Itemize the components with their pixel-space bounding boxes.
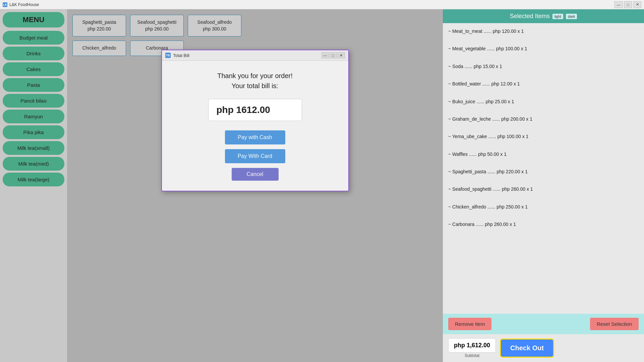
sidebar-item-milk-tea-large[interactable]: Milk tea(large) — [3, 173, 64, 186]
pay-with-cash-button[interactable]: Pay with Cash — [225, 130, 285, 144]
modal-icon: TB — [165, 53, 171, 58]
selected-items-header: Selected Items light dark — [443, 9, 644, 23]
list-item: ~ Graham_de_leche ...... php 200.00 x 1 — [448, 115, 639, 123]
bottom-bar: Remove Item Reset Selection — [443, 314, 644, 334]
list-item: ~ Soda ...... php 15.00 x 1 — [448, 62, 639, 71]
sidebar-item-drinks[interactable]: Drinks — [3, 47, 64, 60]
center-content: Spaghetti_pasta php 220.00 Seafood_spagh… — [67, 9, 443, 362]
maximize-button[interactable]: □ — [624, 1, 632, 8]
remove-item-button[interactable]: Remove Item — [448, 318, 491, 330]
app-title: L&K FoodHouse — [9, 2, 39, 7]
modal-thank-you-text: Thank you for your order! Your total bil… — [175, 71, 335, 91]
modal-overlay: TB Total Bill — □ ✕ Thank you for your o… — [67, 9, 443, 362]
list-item: ~ Carbonara ...... php 260.00 x 1 — [448, 220, 639, 229]
header-badge-light: light — [552, 14, 563, 19]
right-panel: Selected Items light dark ~ Meat_to_meat… — [443, 9, 644, 362]
checkout-bar: php 1,612.00 Subtotal Check Out — [443, 334, 644, 362]
checkout-button[interactable]: Check Out — [500, 339, 554, 358]
sidebar-item-pancit-bilao[interactable]: Pancit bilao — [3, 94, 64, 108]
sidebar-item-pasta[interactable]: Pasta — [3, 78, 64, 92]
reset-selection-button[interactable]: Reset Selection — [590, 318, 639, 330]
menu-title: MENU — [3, 12, 64, 27]
modal-title-bar: TB Total Bill — □ ✕ — [162, 50, 348, 61]
title-bar: LK L&K FoodHouse — □ ✕ — [0, 0, 644, 9]
subtotal-wrapper: php 1,612.00 Subtotal — [448, 338, 496, 358]
cancel-button[interactable]: Cancel — [232, 168, 279, 181]
sidebar-item-milk-tea-small[interactable]: Milk tea(small) — [3, 141, 64, 155]
modal-title: Total Bill — [173, 53, 189, 58]
list-item: ~ Waffles ...... php 50.00 x 1 — [448, 150, 639, 159]
subtotal-amount: php 1,612.00 — [448, 338, 496, 353]
sidebar-item-ramyun[interactable]: Ramyun — [3, 110, 64, 123]
sidebar-item-pika-pika[interactable]: Pika pika — [3, 125, 64, 139]
list-item: ~ Chicken_alfredo ...... php 250.00 x 1 — [448, 203, 639, 211]
modal-minimize-button[interactable]: — — [321, 52, 329, 58]
sidebar: MENU Budget meal Drinks Cakes Pasta Panc… — [0, 9, 67, 362]
sidebar-item-budget-meal[interactable]: Budget meal — [3, 31, 64, 45]
main-container: MENU Budget meal Drinks Cakes Pasta Panc… — [0, 9, 644, 362]
pay-with-card-button[interactable]: Pay With Card — [225, 149, 285, 163]
modal-maximize-button[interactable]: □ — [330, 52, 337, 58]
selected-items-list: ~ Meat_to_meat ...... php 120.00 x 1 ~ M… — [443, 23, 644, 314]
list-item: ~ Bottled_water ...... php 12.00 x 1 — [448, 80, 639, 88]
modal-controls: — □ ✕ — [321, 52, 345, 58]
modal-total-amount: php 1612.00 — [208, 99, 302, 121]
selected-items-title: Selected Items — [510, 13, 550, 20]
modal-body: Thank you for your order! Your total bil… — [162, 61, 348, 191]
modal-window: TB Total Bill — □ ✕ Thank you for your o… — [161, 50, 349, 191]
header-badge-dark: dark — [566, 14, 577, 19]
list-item: ~ Yema_ube_cake ...... php 100.00 x 1 — [448, 132, 639, 141]
list-item: ~ Seafood_spaghetti ...... php 260.00 x … — [448, 185, 639, 193]
list-item: ~ Spaghetti_pasta ...... php 220.00 x 1 — [448, 168, 639, 176]
subtotal-label: Subtotal — [448, 353, 496, 358]
app-icon: LK — [3, 2, 7, 7]
list-item: ~ Buko_juice ...... php 25.00 x 1 — [448, 98, 639, 106]
title-bar-controls: — □ ✕ — [614, 1, 641, 8]
sidebar-item-cakes[interactable]: Cakes — [3, 62, 64, 76]
close-button[interactable]: ✕ — [633, 1, 641, 8]
list-item: ~ Meat_to_meat ...... php 120.00 x 1 — [448, 27, 639, 36]
minimize-button[interactable]: — — [614, 1, 623, 8]
sidebar-item-milk-tea-med[interactable]: Milk tea(med) — [3, 157, 64, 171]
list-item: ~ Meat_vegetable ...... php 100.00 x 1 — [448, 45, 639, 53]
modal-close-button[interactable]: ✕ — [338, 52, 345, 58]
